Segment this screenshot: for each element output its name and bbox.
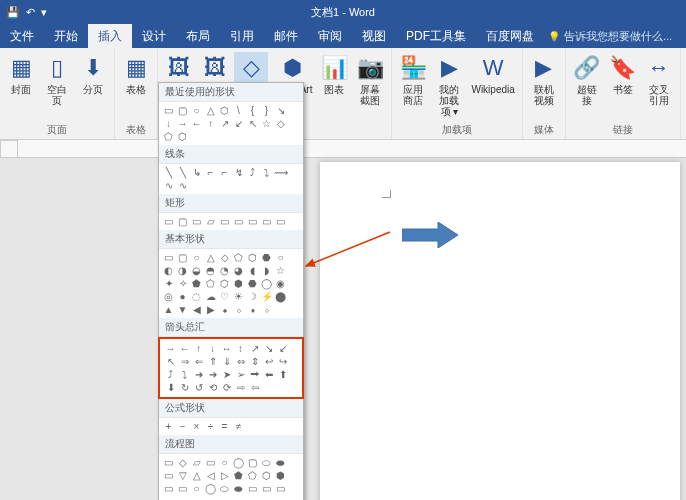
shape-glyph[interactable]: ▭ <box>163 483 174 494</box>
shape-glyph[interactable]: ⬆ <box>277 369 288 380</box>
tab-邮件[interactable]: 邮件 <box>264 24 308 48</box>
shape-glyph[interactable]: ◓ <box>205 265 216 276</box>
shape-glyph[interactable]: ▭ <box>275 483 286 494</box>
shape-glyph[interactable]: ▭ <box>247 483 258 494</box>
shape-glyph[interactable]: ▭ <box>233 216 244 227</box>
blank-page-button[interactable]: ▯空白页 <box>40 52 74 108</box>
shape-glyph[interactable]: ▶ <box>205 304 216 315</box>
shape-glyph[interactable]: ⇦ <box>249 382 260 393</box>
shape-glyph[interactable]: ⤴ <box>247 167 258 178</box>
shape-glyph[interactable]: ◇ <box>275 118 286 129</box>
tell-me-input[interactable]: 告诉我您想要做什么... <box>548 24 672 48</box>
shape-glyph[interactable]: ⬇ <box>165 382 176 393</box>
shape-glyph[interactable]: ⇑ <box>207 356 218 367</box>
shape-glyph[interactable]: ▱ <box>205 216 216 227</box>
shape-glyph[interactable]: ▭ <box>205 457 216 468</box>
shape-glyph[interactable]: ▭ <box>177 483 188 494</box>
shape-glyph[interactable]: ▭ <box>191 216 202 227</box>
tab-设计[interactable]: 设计 <box>132 24 176 48</box>
online-video-button[interactable]: ▶联机视频 <box>527 52 561 108</box>
shape-glyph[interactable]: ⟿ <box>275 167 286 178</box>
wikipedia-button[interactable]: WWikipedia <box>468 52 517 119</box>
shape-glyph[interactable]: ⬡ <box>261 470 272 481</box>
shape-glyph[interactable]: − <box>177 421 188 432</box>
qat-dropdown-icon[interactable]: ▾ <box>41 6 47 19</box>
shape-glyph[interactable]: ◉ <box>275 278 286 289</box>
shape-glyph[interactable]: ◌ <box>191 291 202 302</box>
shape-glyph[interactable]: △ <box>191 470 202 481</box>
shape-glyph[interactable]: ☆ <box>261 118 272 129</box>
shape-glyph[interactable]: ↳ <box>191 167 202 178</box>
shape-glyph[interactable]: ⬠ <box>163 131 174 142</box>
shape-glyph[interactable]: = <box>219 421 230 432</box>
shape-glyph[interactable]: ▭ <box>163 105 174 116</box>
shape-glyph[interactable]: ⇒ <box>179 356 190 367</box>
shape-glyph[interactable]: ▭ <box>163 496 174 500</box>
shape-glyph[interactable]: ⬟ <box>191 278 202 289</box>
shape-glyph[interactable]: ⬤ <box>275 291 286 302</box>
shape-glyph[interactable]: ↗ <box>249 343 260 354</box>
shape-glyph[interactable]: ◕ <box>233 265 244 276</box>
shape-glyph[interactable]: ➤ <box>221 369 232 380</box>
shape-glyph[interactable]: ÷ <box>205 421 216 432</box>
cross-ref-button[interactable]: ↔交叉引用 <box>642 52 676 108</box>
shape-glyph[interactable]: ↻ <box>179 382 190 393</box>
shape-glyph[interactable]: ⬡ <box>247 252 258 263</box>
shape-glyph[interactable]: ╲ <box>177 167 188 178</box>
shape-glyph[interactable]: ⤴ <box>165 369 176 380</box>
shape-glyph[interactable]: ◀ <box>191 304 202 315</box>
shape-glyph[interactable]: ⤵ <box>261 167 272 178</box>
shape-glyph[interactable]: ▭ <box>219 216 230 227</box>
shape-glyph[interactable]: ◯ <box>261 278 272 289</box>
screenshot-button[interactable]: 📷屏幕截图 <box>353 52 387 108</box>
shape-glyph[interactable]: ↑ <box>205 118 216 129</box>
shape-glyph[interactable]: ⬅ <box>263 369 274 380</box>
shape-glyph[interactable]: ⌐ <box>205 167 216 178</box>
shape-glyph[interactable]: ⬢ <box>275 470 286 481</box>
cover-page-button[interactable]: ▦封面 <box>4 52 38 108</box>
shape-glyph[interactable]: ↑ <box>193 343 204 354</box>
shape-glyph[interactable]: ⮕ <box>249 369 260 380</box>
shape-glyph[interactable]: ◎ <box>163 291 174 302</box>
tab-审阅[interactable]: 审阅 <box>308 24 352 48</box>
shape-glyph[interactable]: ⤵ <box>179 369 190 380</box>
page-break-button[interactable]: ⬇分页 <box>76 52 110 108</box>
tab-插入[interactable]: 插入 <box>88 24 132 48</box>
shape-glyph[interactable]: ⬡ <box>219 105 230 116</box>
shape-glyph[interactable]: ⬡ <box>177 131 188 142</box>
shape-glyph[interactable]: ▭ <box>261 216 272 227</box>
tab-视图[interactable]: 视图 <box>352 24 396 48</box>
shape-glyph[interactable]: ● <box>177 291 188 302</box>
shape-glyph[interactable]: ⬠ <box>247 470 258 481</box>
shape-glyph[interactable]: ☆ <box>275 265 286 276</box>
shape-glyph[interactable]: ▭ <box>261 483 272 494</box>
shape-glyph[interactable]: ○ <box>191 483 202 494</box>
shape-glyph[interactable]: + <box>163 421 174 432</box>
shape-glyph[interactable]: ⬭ <box>219 483 230 494</box>
shape-glyph[interactable]: ↕ <box>235 343 246 354</box>
shape-glyph[interactable]: ◗ <box>261 265 272 276</box>
shape-glyph[interactable]: ⬭ <box>261 457 272 468</box>
shape-glyph[interactable]: ○ <box>219 457 230 468</box>
shape-glyph[interactable]: ✧ <box>177 278 188 289</box>
shape-glyph[interactable]: { <box>247 105 258 116</box>
shape-glyph[interactable]: ⬣ <box>247 278 258 289</box>
shape-glyph[interactable]: ○ <box>191 252 202 263</box>
shape-glyph[interactable]: ⌐ <box>219 167 230 178</box>
shape-glyph[interactable]: ⬢ <box>233 278 244 289</box>
shape-glyph[interactable]: ▭ <box>163 216 174 227</box>
undo-icon[interactable]: ↶ <box>26 6 35 19</box>
shape-glyph[interactable]: ○ <box>275 252 286 263</box>
table-button[interactable]: ▦表格 <box>119 52 153 97</box>
shape-glyph[interactable]: ◇ <box>177 457 188 468</box>
shape-glyph[interactable]: ◇ <box>219 252 230 263</box>
shape-glyph[interactable]: ⚡ <box>261 291 272 302</box>
tab-开始[interactable]: 开始 <box>44 24 88 48</box>
shape-glyph[interactable]: ⬡ <box>219 278 230 289</box>
shape-glyph[interactable]: → <box>177 118 188 129</box>
shape-glyph[interactable]: ⬥ <box>219 304 230 315</box>
shape-glyph[interactable]: ← <box>191 118 202 129</box>
shape-glyph[interactable]: ◯ <box>205 483 216 494</box>
shape-glyph[interactable]: ↖ <box>165 356 176 367</box>
shape-glyph[interactable]: ↙ <box>233 118 244 129</box>
